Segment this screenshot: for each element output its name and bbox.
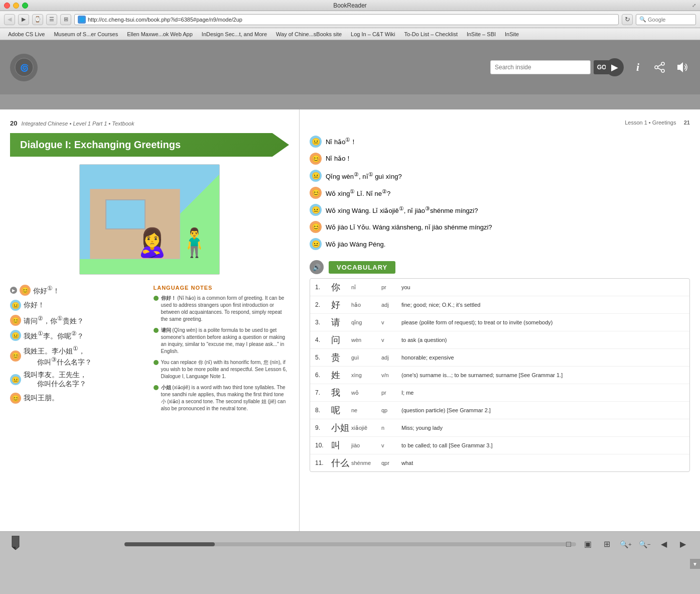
- right-avatar-m-5: 😐: [310, 204, 322, 216]
- vocab-pos-4: v: [381, 337, 401, 343]
- right-line-4: 😊 Wǒ xìng① Lǐ. Nǐ ne②?: [310, 187, 690, 199]
- vocab-pos-5: adj: [381, 354, 401, 361]
- site-icon: 🌐: [78, 16, 86, 24]
- audio-icon[interactable]: [674, 59, 690, 75]
- logo: 🌀: [10, 54, 38, 81]
- search-nav-icon: 🔍: [639, 16, 646, 23]
- vocab-pinyin-5: guì: [351, 354, 381, 361]
- vocab-num-3: 3.: [315, 319, 331, 326]
- vocab-def-6: (one's) surname is...; to be surnamed; s…: [401, 372, 684, 378]
- vocab-char-10: 叫: [331, 439, 351, 451]
- note-3: You can replace 你 (nǐ) with its honorifi…: [154, 359, 290, 380]
- right-line-2: 😊 Nǐ hǎo！: [310, 153, 690, 165]
- overview-button[interactable]: ⊞: [60, 14, 71, 25]
- bookmark-indesign[interactable]: InDesign Sec...t, and More: [198, 30, 271, 38]
- bookmark-insite-sbi[interactable]: InSite – SBI: [463, 30, 500, 38]
- vocab-char-5: 贵: [331, 351, 351, 364]
- double-page-icon[interactable]: ▣: [581, 537, 595, 551]
- window-pane: [105, 199, 146, 229]
- vocab-char-6: 姓: [331, 369, 351, 381]
- bookmarks-button[interactable]: ☰: [46, 14, 57, 25]
- vocab-pos-6: v/n: [381, 372, 401, 378]
- line-7-text: 我叫王朋。: [24, 394, 59, 403]
- vocab-pos-11: qpr: [381, 460, 401, 466]
- avatar-f-1: 😊: [20, 285, 31, 296]
- bookmark-todo[interactable]: To-Do List – Checklist: [400, 30, 462, 38]
- vocab-row-1: 1. 你 nǐ pr you: [310, 279, 689, 296]
- vocab-pos-8: qp: [381, 407, 401, 413]
- search-nav-input[interactable]: [648, 17, 688, 23]
- vocab-pinyin-1: nǐ: [351, 284, 381, 291]
- vocab-def-3: please (polite form of request); to trea…: [401, 319, 684, 325]
- bookmark-adobe[interactable]: Adobe CS Live: [4, 30, 49, 38]
- refresh-button[interactable]: ↻: [622, 14, 633, 25]
- progress-bar[interactable]: [124, 542, 576, 546]
- dialogue-title: Dialogue I: Exchanging Greetings: [20, 139, 181, 150]
- share-icon[interactable]: [652, 59, 668, 75]
- right-page-header: Lesson 1 • Greetings 21: [310, 120, 690, 126]
- vocab-num-1: 1.: [315, 284, 331, 291]
- vocab-pos-3: v: [381, 319, 401, 325]
- forward-button[interactable]: ▶: [18, 14, 29, 25]
- prev-page-icon[interactable]: ◀: [657, 537, 671, 551]
- vocab-num-9: 9.: [315, 424, 331, 431]
- vocab-char-3: 请: [331, 316, 351, 328]
- bookmark-insite[interactable]: InSite: [501, 30, 523, 38]
- left-page: 20 Integrated Chinese • Level 1 Part 1 •…: [0, 109, 300, 531]
- dialogue-line-2: 😐 你好！: [10, 300, 146, 311]
- next-page-icon[interactable]: ▶: [676, 537, 690, 551]
- dialogue-line-7: 😊 我叫王朋。: [10, 393, 146, 404]
- vocab-row-9: 9. 小姐 xiǎojiě n Miss; young lady: [310, 419, 689, 437]
- svg-text:🌀: 🌀: [20, 64, 29, 72]
- vocab-label: VOCABULARY: [329, 261, 395, 274]
- grid-view-icon[interactable]: ⊞: [600, 537, 614, 551]
- bookmark-ellen[interactable]: Ellen Maxwe...ok Web App: [123, 30, 197, 38]
- bookmark-museum[interactable]: Museum of S...er Courses: [50, 30, 122, 38]
- nav-bar: ◀ ▶ ⌚ ☰ ⊞ 🌐 http://cc.cheng-tsui.com/boo…: [0, 11, 700, 28]
- note-1-text: 你好！ (Nǐ hǎo) is a common form of greetin…: [161, 295, 290, 323]
- right-line-5: 😐 Wǒ xìng Wáng. Lǐ xiǎojiě①, nǐ jiào③shé…: [310, 204, 690, 216]
- lesson-label: Lesson 1 • Greetings 21: [625, 120, 690, 126]
- right-avatar-f-4: 😊: [310, 187, 322, 199]
- close-button[interactable]: [4, 3, 10, 9]
- avatar-m-6: 😐: [10, 374, 21, 385]
- back-button[interactable]: ◀: [4, 14, 15, 25]
- line-3-text: 请问②，你①贵姓？: [24, 315, 84, 326]
- maximize-button[interactable]: [22, 3, 28, 9]
- vocab-pos-10: v: [381, 442, 401, 448]
- dialogue-line-6: 😐 我叫李友。王先生， 你叫什么名字？: [10, 371, 146, 389]
- address-text: http://cc.cheng-tsui.com/book.php?id=638…: [88, 17, 242, 23]
- vocab-pos-9: n: [381, 425, 401, 431]
- search-nav[interactable]: 🔍: [636, 14, 696, 25]
- play-button[interactable]: ▶: [606, 58, 624, 76]
- svg-point-2: [661, 62, 664, 65]
- audio-dot-1[interactable]: ▶: [10, 287, 17, 294]
- vocab-num-7: 7.: [315, 389, 331, 396]
- dialogue-line-3: 😊 请问②，你①贵姓？: [10, 315, 146, 326]
- vocab-icon: 🔊: [310, 260, 324, 274]
- bookmark-way[interactable]: Way of Chine...sBooks site: [272, 30, 346, 38]
- dialogue-image: 🙎‍♀️ 🧍‍♂️: [79, 164, 220, 275]
- vocab-char-11: 什么: [331, 457, 351, 469]
- svg-point-3: [655, 66, 658, 69]
- zoom-out-icon[interactable]: 🔍−: [638, 537, 652, 551]
- vocab-row-5: 5. 贵 guì adj honorable; expensive: [310, 349, 689, 367]
- line-4-text: 我姓①李。你呢②？: [24, 330, 84, 341]
- right-avatar-f-2: 😊: [310, 153, 322, 165]
- show-history-button[interactable]: ⌚: [32, 14, 43, 25]
- line-6-text: 我叫李友。王先生， 你叫什么名字？: [24, 371, 87, 389]
- bookmark-login[interactable]: Log In – C&T Wiki: [347, 30, 399, 38]
- minimize-button[interactable]: [13, 3, 19, 9]
- zoom-in-icon[interactable]: 🔍+: [619, 537, 633, 551]
- address-bar[interactable]: 🌐 http://cc.cheng-tsui.com/book.php?id=6…: [74, 14, 619, 25]
- search-inside-input[interactable]: [490, 60, 591, 74]
- right-text-7: Wǒ jiào Wáng Péng.: [326, 241, 385, 248]
- note-bullet-4: [154, 385, 159, 390]
- vocab-num-10: 10.: [315, 442, 331, 449]
- scroll-corner-button[interactable]: ▼: [690, 559, 700, 569]
- vocab-pinyin-9: xiǎojiě: [351, 425, 381, 431]
- single-page-icon[interactable]: □: [562, 537, 576, 551]
- info-icon[interactable]: i: [630, 59, 646, 75]
- dialogue-chinese: ▶ 😊 你好①！ 😐 你好！ 😊 请问②，你①贵姓？ 😐 我姓①李。你: [10, 285, 146, 416]
- vocab-row-7: 7. 我 wǒ pr I; me: [310, 384, 689, 402]
